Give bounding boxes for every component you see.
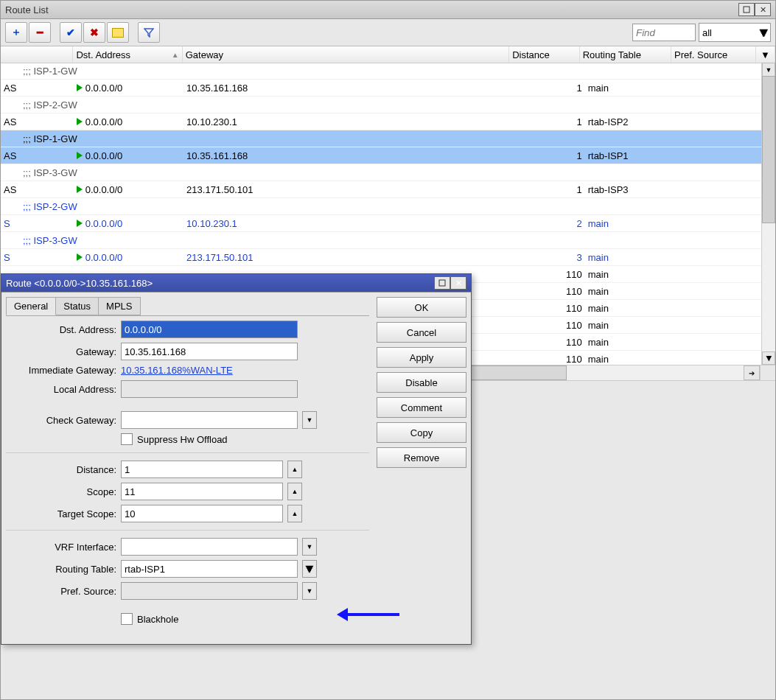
pref-source-input[interactable] [121, 582, 298, 600]
play-icon [77, 118, 83, 125]
local-address-input [121, 380, 298, 398]
find-input[interactable] [632, 24, 696, 41]
ok-button[interactable]: OK [377, 297, 466, 318]
comment-row[interactable]: ;;; ISP-2-GW [1, 198, 762, 215]
col-pref-source[interactable]: Pref. Source [671, 46, 756, 63]
route-row[interactable]: AS0.0.0.0/010.10.230.11rtab-ISP2 [1, 113, 762, 130]
tab-mpls[interactable]: MPLS [98, 297, 140, 315]
distance-input[interactable] [121, 461, 283, 478]
route-row[interactable]: AS0.0.0.0/010.35.161.1681rtab-ISP1 [1, 147, 762, 164]
close-button[interactable]: ✕ [755, 3, 771, 16]
suppress-checkbox[interactable] [121, 433, 133, 445]
tab-general[interactable]: General [6, 297, 56, 315]
dst-label: Dst. Address: [6, 324, 116, 335]
table-header: Dst. Address ▲GatewayDistanceRouting Tab… [1, 46, 775, 63]
main-titlebar: Route List ✕ [1, 1, 775, 19]
route-dialog: Route <0.0.0.0/0->10.35.161.168> ✕ Gener… [1, 273, 472, 645]
suppress-label: Suppress Hw Offload [137, 434, 228, 445]
dialog-close-button[interactable]: ✕ [450, 276, 466, 290]
routing-table-dropdown[interactable]: ⯆ [302, 560, 317, 578]
disable-button[interactable]: ✖ [83, 22, 105, 43]
scroll-up-button[interactable]: ▼ [762, 63, 775, 77]
scope-spin[interactable]: ▲ [287, 483, 302, 500]
play-icon [77, 152, 83, 159]
dialog-restore-button[interactable] [434, 276, 450, 290]
check-gateway-dropdown[interactable]: ▼ [302, 411, 317, 429]
blackhole-checkbox[interactable] [121, 613, 133, 625]
apply-button[interactable]: Apply [377, 347, 466, 368]
route-row[interactable]: AS0.0.0.0/010.35.161.1681main [1, 80, 762, 97]
svg-rect-1 [439, 280, 445, 286]
target-scope-spin[interactable]: ▲ [287, 505, 302, 522]
route-row[interactable]: S0.0.0.0/0213.171.50.1013main [1, 249, 762, 266]
filter-value: all [702, 27, 712, 38]
funnel-icon [144, 27, 154, 38]
tab-status[interactable]: Status [55, 297, 99, 315]
route-row[interactable]: S0.0.0.0/010.10.230.12main [1, 215, 762, 232]
comment-row[interactable]: ;;; ISP-3-GW [1, 232, 762, 249]
routing-table-input[interactable] [121, 560, 298, 578]
vrf-dropdown[interactable]: ▼ [302, 538, 317, 556]
remove-button-dialog[interactable]: Remove [377, 447, 466, 468]
copy-button[interactable]: Copy [377, 422, 466, 443]
play-icon [77, 220, 83, 227]
comment-row[interactable]: ;;; ISP-2-GW [1, 97, 762, 113]
dialog-title: Route <0.0.0.0/0->10.35.161.168> [6, 278, 153, 289]
main-title: Route List [5, 4, 49, 15]
vrf-label: VRF Interface: [6, 542, 116, 553]
local-address-label: Local Address: [6, 384, 116, 395]
remove-button[interactable]: ━ [29, 22, 51, 43]
dst-input[interactable] [121, 321, 298, 338]
restore-button[interactable] [738, 3, 755, 16]
restore-icon [438, 279, 446, 287]
check-gateway-label: Check Gateway: [6, 415, 116, 426]
filter-select[interactable]: all ⯆ [699, 23, 771, 42]
col-distance[interactable]: Distance [509, 46, 580, 63]
gateway-label: Gateway: [6, 346, 116, 357]
routing-table-label: Routing Table: [6, 564, 116, 575]
distance-label: Distance: [6, 464, 116, 475]
pref-source-label: Pref. Source: [6, 586, 116, 597]
dialog-tabs: General Status MPLS [6, 297, 369, 316]
play-icon [77, 186, 83, 193]
svg-rect-0 [744, 7, 749, 13]
blackhole-label: Blackhole [137, 614, 178, 625]
col-dst[interactable]: Dst. Address ▲ [73, 46, 182, 63]
comment-row[interactable]: ;;; ISP-3-GW [1, 164, 762, 181]
vrf-input[interactable] [121, 538, 298, 556]
scroll-down-button[interactable]: ⯆ [762, 351, 775, 365]
distance-spin[interactable]: ▲ [287, 461, 302, 478]
cancel-button[interactable]: Cancel [377, 322, 466, 343]
enable-button[interactable]: ✔ [60, 22, 82, 43]
comment-button-dialog[interactable]: Comment [377, 397, 466, 418]
gateway-input[interactable] [121, 343, 298, 360]
target-scope-label: Target Scope: [6, 508, 116, 519]
col-menu[interactable]: ▼ [756, 46, 775, 63]
comment-icon [112, 28, 124, 38]
col-routing-table[interactable]: Routing Table [580, 46, 671, 63]
disable-button-dialog[interactable]: Disable [377, 372, 466, 393]
play-icon [77, 253, 83, 261]
play-icon [77, 84, 83, 91]
chevron-down-icon: ⯆ [759, 27, 769, 38]
pref-source-dropdown[interactable]: ▼ [302, 582, 317, 600]
comment-button[interactable] [107, 22, 129, 43]
vertical-scrollbar[interactable]: ▼ ⯆ [761, 63, 775, 365]
col-gateway[interactable]: Gateway [183, 46, 509, 63]
immediate-gateway-label: Immediate Gateway: [6, 365, 116, 376]
filter-button[interactable] [138, 22, 160, 43]
dialog-titlebar[interactable]: Route <0.0.0.0/0->10.35.161.168> ✕ [1, 274, 471, 293]
target-scope-input[interactable] [121, 505, 283, 522]
immediate-gateway-link[interactable]: 10.35.161.168%WAN-LTE [121, 365, 233, 376]
route-row[interactable]: AS0.0.0.0/0213.171.50.1011rtab-ISP3 [1, 181, 762, 198]
comment-row[interactable]: ;;; ISP-1-GW [1, 130, 762, 147]
scroll-thumb[interactable] [762, 76, 775, 223]
scope-label: Scope: [6, 486, 116, 497]
scope-input[interactable] [121, 483, 283, 500]
restore-icon [743, 6, 750, 13]
hscroll-right-button[interactable]: ➔ [744, 365, 760, 380]
comment-row[interactable]: ;;; ISP-1-GW [1, 63, 762, 80]
toolbar: ＋ ━ ✔ ✖ all ⯆ [1, 19, 775, 46]
add-button[interactable]: ＋ [5, 22, 27, 43]
check-gateway-input[interactable] [121, 411, 298, 429]
